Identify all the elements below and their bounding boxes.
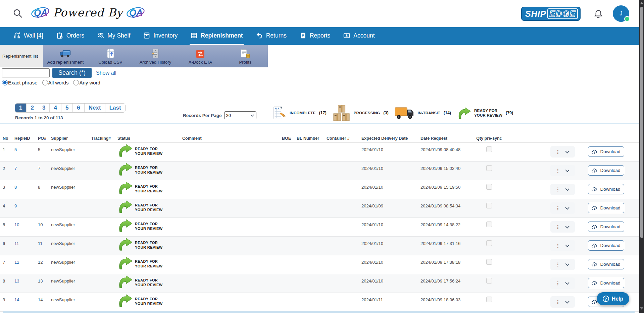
help-label: Help [612, 296, 624, 302]
toolbar-button-upload-csv[interactable]: Upload CSV [88, 45, 133, 67]
search-icon[interactable] [13, 8, 23, 18]
qty-presync-checkbox[interactable] [486, 203, 492, 208]
search-mode-exact-phrase[interactable]: Exact phrase [2, 80, 38, 85]
cell-boe [282, 143, 297, 161]
status-summary-processing: PROCESSING (3) [333, 105, 389, 121]
nav-item-returns[interactable]: Returns [255, 27, 287, 45]
download-button[interactable]: Download [588, 278, 624, 288]
download-button[interactable]: Download [588, 203, 624, 213]
qty-presync-checkbox[interactable] [486, 184, 492, 190]
page-button-3[interactable]: 3 [38, 104, 50, 112]
download-button[interactable]: Download [588, 146, 624, 157]
page-button-last[interactable]: Last [105, 104, 125, 112]
row-actions-menu[interactable]: ⋮ [550, 184, 575, 195]
cell-supplier [51, 199, 91, 217]
user-avatar[interactable]: J [613, 5, 629, 22]
download-button[interactable]: Download [588, 259, 624, 269]
nav-item-replenishment[interactable]: Replenishment [190, 27, 243, 45]
notifications-bell-icon[interactable] [593, 9, 603, 19]
cell-no: 8 [3, 274, 14, 293]
cell-comment [182, 274, 282, 293]
qty-presync-checkbox[interactable] [486, 297, 492, 302]
scroll-up-arrow-icon[interactable] [640, 2, 643, 4]
cell-download: Download [588, 162, 626, 180]
toolbar-button-archived-history[interactable]: Archived History [133, 45, 178, 67]
nav-item-orders[interactable]: Orders [55, 27, 85, 45]
cell-supplier: newSupplier [51, 274, 91, 293]
repleid-link[interactable]: 11 [14, 241, 19, 246]
cell-boe [282, 180, 297, 199]
page-button-6[interactable]: 6 [73, 104, 84, 112]
page-button-next[interactable]: Next [85, 104, 105, 112]
qty-presync-checkbox[interactable] [486, 278, 492, 284]
row-actions-menu[interactable]: ⋮ [550, 202, 575, 214]
qty-presync-checkbox[interactable] [486, 222, 492, 227]
page-button-1[interactable]: 1 [15, 104, 27, 112]
cell-bl-number [297, 143, 327, 161]
repleid-link[interactable]: 7 [14, 166, 17, 171]
download-button[interactable]: Download [588, 165, 624, 176]
nav-item-account[interactable]: Account [342, 27, 375, 45]
repleid-link[interactable]: 10 [14, 222, 19, 227]
search-button[interactable]: Search (*) [52, 68, 92, 78]
horizontal-scrollbar[interactable] [3, 311, 635, 313]
cell-comment [182, 162, 282, 180]
row-actions-menu[interactable]: ⋮ [550, 259, 575, 270]
question-icon: ? [603, 296, 609, 302]
cell-date-request: 2024/01/09 15:02:40 [416, 162, 468, 180]
repleid-link[interactable]: 5 [14, 147, 17, 152]
row-actions-menu[interactable]: ⋮ [550, 165, 575, 176]
nav-item-wall-4[interactable]: Wall [4] [13, 27, 44, 45]
row-actions-menu[interactable]: ⋮ [550, 277, 575, 289]
toolbar-button-add-replenishment[interactable]: Add replenishment [43, 45, 88, 67]
qty-presync-checkbox[interactable] [486, 146, 492, 152]
cell-status: READY FORYOUR REVIEW [117, 218, 182, 236]
row-actions-menu[interactable]: ⋮ [550, 296, 575, 308]
qty-presync-checkbox[interactable] [486, 165, 492, 171]
repleid-link[interactable]: 13 [14, 278, 19, 284]
chevron-down-icon [565, 188, 570, 191]
search-mode-all-words[interactable]: All words [42, 80, 69, 85]
row-actions-menu[interactable]: ⋮ [550, 146, 575, 158]
kebab-icon: ⋮ [556, 300, 560, 304]
repleid-link[interactable]: 9 [14, 203, 17, 208]
scrollbar-thumb[interactable] [640, 7, 643, 238]
page-button-4[interactable]: 4 [50, 104, 61, 112]
toolbar-button-x-dock-eta[interactable]: X-Dock ETA [178, 45, 223, 67]
toolbar-icon [107, 49, 114, 58]
cell-spacer [575, 218, 588, 236]
radio-input[interactable] [73, 80, 79, 85]
download-button[interactable]: Download [588, 240, 624, 251]
toolbar-button-profits[interactable]: Profits [223, 45, 268, 67]
nav-icon [343, 32, 350, 39]
cell-spacer [510, 180, 550, 199]
radio-input[interactable] [42, 80, 48, 85]
cell-actions: ⋮ [550, 218, 575, 236]
help-button[interactable]: ? Help [597, 292, 629, 305]
nav-item-inventory[interactable]: Inventory [142, 27, 178, 45]
cell-tracking [91, 293, 117, 311]
nav-item-reports[interactable]: Reports [299, 27, 331, 45]
qty-presync-checkbox[interactable] [486, 240, 492, 246]
nav-item-my-shelf[interactable]: My Shelf [96, 27, 131, 45]
scroll-down-arrow-icon[interactable] [640, 307, 643, 310]
online-status-dot [624, 16, 630, 22]
repleid-link[interactable]: 14 [14, 297, 19, 302]
repleid-link[interactable]: 8 [14, 185, 17, 190]
search-mode-any-word[interactable]: Any word [73, 80, 100, 85]
download-button[interactable]: Download [588, 222, 624, 232]
search-input[interactable] [2, 68, 50, 77]
qty-presync-checkbox[interactable] [486, 259, 492, 265]
page-button-5[interactable]: 5 [61, 104, 73, 112]
download-button[interactable]: Download [588, 184, 624, 194]
radio-input[interactable] [2, 80, 8, 85]
records-per-page-select[interactable]: 20 [224, 111, 256, 119]
row-actions-menu[interactable]: ⋮ [550, 221, 575, 233]
vertical-scrollbar[interactable] [639, 0, 644, 313]
page-button-2[interactable]: 2 [27, 104, 38, 112]
cell-expected-delivery: 2024/01/10 [361, 162, 416, 180]
cell-spacer [575, 180, 588, 199]
repleid-link[interactable]: 12 [14, 260, 19, 265]
row-actions-menu[interactable]: ⋮ [550, 240, 575, 251]
show-all-link[interactable]: Show all [96, 70, 116, 76]
